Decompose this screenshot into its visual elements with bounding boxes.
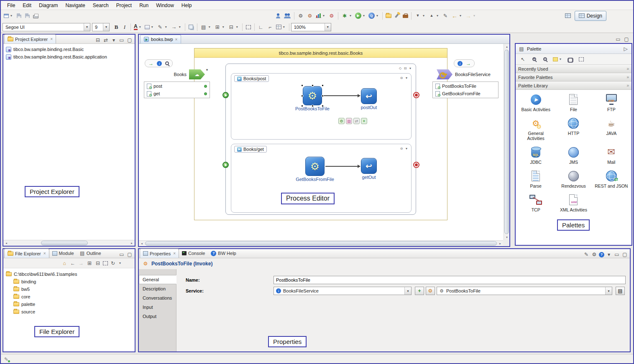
collapse-scope-icon[interactable]: ⊖ <box>399 145 404 152</box>
menu-window[interactable]: Window <box>152 2 178 9</box>
tree-item-samples-root[interactable]: C:\tibco\bw611\bw\6.1\samples <box>3 270 135 278</box>
chevron-down-icon[interactable]: ▾ <box>404 145 409 152</box>
palette-item-rendezvous[interactable]: Rendezvous <box>555 170 592 188</box>
start-event-get[interactable] <box>222 162 229 168</box>
line-style-button-1[interactable]: ∟ <box>256 23 266 32</box>
scope-label-chip[interactable]: ▶ Books/get <box>234 146 267 153</box>
menu-search[interactable]: Search <box>89 2 112 9</box>
scroll-left-icon[interactable]: ◂ <box>3 240 9 246</box>
tab-file-explorer[interactable]: File Explorer × <box>4 249 49 258</box>
end-event-post[interactable] <box>413 92 419 98</box>
tree-item-palette[interactable]: palette <box>3 300 135 308</box>
palette-item-xml-activities[interactable]: xml XML Activities <box>555 193 592 212</box>
search-button[interactable] <box>393 11 401 20</box>
toolbox-button[interactable] <box>401 11 409 20</box>
operation-get[interactable]: ⚙ get <box>144 90 210 97</box>
activity-getout[interactable]: ↩ getOut <box>361 158 377 174</box>
line-color-button[interactable]: ✎▾ <box>156 23 169 32</box>
menu-navigate[interactable]: Navigate <box>61 2 89 9</box>
side-tab-output[interactable]: Output <box>139 312 176 321</box>
close-icon[interactable]: × <box>43 251 46 256</box>
minimize-icon[interactable]: ▭ <box>118 251 125 258</box>
view-menu-icon[interactable]: ▾ <box>606 251 612 258</box>
home-icon[interactable]: ⌂ <box>61 260 68 267</box>
service-arrow-icon[interactable]: → <box>148 61 153 66</box>
palette-item-parse[interactable]: Parse <box>517 170 554 188</box>
collapse-all-icon[interactable]: ⊟ <box>95 260 101 267</box>
palette-item-mail[interactable]: ✉ Mail <box>593 146 630 165</box>
close-icon[interactable]: × <box>173 251 176 256</box>
chevron-down-icon[interactable]: ▾ <box>408 65 412 72</box>
activity-getbooksfromfile[interactable]: ⚙ GetBooksFromFile <box>305 157 325 176</box>
operation-combo[interactable]: ⚙PostBooksToFile ▾ <box>437 287 612 295</box>
inspect-icon[interactable] <box>165 61 169 65</box>
reference-operation-get[interactable]: ⚙ GetBooksFromFile <box>433 90 498 97</box>
palette-item-http[interactable]: HTTP <box>555 117 592 141</box>
info-icon[interactable]: i <box>458 61 463 66</box>
gear-icon[interactable]: ⚙ <box>591 251 598 258</box>
quick-link-icon[interactable]: ⇄ <box>353 118 360 124</box>
forward-icon[interactable]: → <box>78 260 84 267</box>
admin-button[interactable] <box>282 11 292 20</box>
save-all-button[interactable] <box>23 11 31 20</box>
service-combo[interactable]: iBooksFileService ▾ <box>274 287 412 295</box>
settings-button-2[interactable]: ⚙ <box>305 11 314 20</box>
reference-operation-post[interactable]: ⚙ PostBooksToFile <box>433 82 498 90</box>
layout-button[interactable]: ⊞▾ <box>213 23 227 32</box>
maximize-icon[interactable]: ▢ <box>126 251 133 258</box>
order-button[interactable]: ⊟▾ <box>227 23 240 32</box>
next-annotation-button[interactable]: ▼▾ <box>413 11 427 20</box>
menu-diagram[interactable]: Diagram <box>35 2 61 9</box>
minimize-icon[interactable]: ▭ <box>614 251 620 258</box>
new-wizard-button[interactable]: ▾ <box>3 11 15 20</box>
tab-bw-help[interactable]: ? BW Help <box>208 249 239 258</box>
menu-file[interactable]: File <box>3 2 19 9</box>
font-color-button[interactable]: A▾ <box>133 23 143 32</box>
chart-button[interactable]: ▾ <box>314 11 327 20</box>
drawer-pin-icon[interactable]: » <box>626 66 629 71</box>
expand-all-icon[interactable]: ⊞ <box>86 260 93 267</box>
back-button[interactable]: ←▾ <box>450 11 464 20</box>
engine-button[interactable]: ⚙ <box>327 11 336 20</box>
maximize-icon[interactable]: ▢ <box>621 251 628 258</box>
minimize-icon[interactable]: ▭ <box>118 37 125 43</box>
menu-run[interactable]: Run <box>135 2 152 9</box>
editor-hscrollbar[interactable]: ◂ ▸ <box>139 240 503 246</box>
scroll-left-icon[interactable]: ◂ <box>139 241 145 246</box>
font-name-combo[interactable]: Segoe UI▾ <box>3 23 90 31</box>
help-icon[interactable]: ? <box>599 252 604 257</box>
palette-item-java[interactable]: ☕ JAVA <box>593 117 630 141</box>
link-tool-button[interactable] <box>566 55 575 64</box>
side-tab-description[interactable]: Description <box>139 284 176 293</box>
profile-button[interactable]: Q▾ <box>367 11 381 20</box>
minimize-icon[interactable]: ▭ <box>615 36 621 43</box>
collapse-scope-icon[interactable]: ⊖ <box>399 75 404 81</box>
tree-item-project[interactable]: tibco.bw.sample.binding.rest.Basic <box>3 46 135 53</box>
tree-item-application[interactable]: tibco.bw.sample.binding.rest.Basic.appli… <box>3 53 135 61</box>
palette-section-recently-used[interactable]: Recently Used » <box>516 65 631 73</box>
zoom-combo[interactable]: 100%▾ <box>291 23 331 31</box>
scroll-up-icon[interactable]: ▴ <box>504 44 509 49</box>
tab-outline[interactable]: ▤ Outline <box>77 249 104 258</box>
name-input[interactable] <box>274 276 626 284</box>
reference-arrow-icon[interactable]: → <box>466 61 471 66</box>
quick-gear-icon[interactable]: ⚙ <box>338 118 345 124</box>
tree-item-bw5[interactable]: bw5 <box>3 285 135 293</box>
open-perspective-button[interactable] <box>564 11 572 20</box>
tree-item-binding[interactable]: binding <box>3 278 135 285</box>
previous-annotation-button[interactable]: ▲▾ <box>427 11 441 20</box>
tab-console[interactable]: Console <box>179 249 208 258</box>
process-container[interactable]: ◇ ⊟ ▾ ▶ Books/post ⊖ ▾ <box>225 64 416 215</box>
debug-button[interactable]: ✱▾ <box>340 11 354 20</box>
palette-item-ftp[interactable]: FTP FTP <box>593 93 630 112</box>
font-size-combo[interactable]: 9▾ <box>92 23 110 31</box>
tree-item-core[interactable]: core <box>3 293 135 300</box>
link-with-editor-icon[interactable]: ⇄ <box>102 37 109 43</box>
scroll-down-icon[interactable]: ▾ <box>504 234 509 240</box>
maximize-icon[interactable]: ▢ <box>623 36 630 43</box>
close-icon[interactable]: × <box>50 37 53 41</box>
arrow-style-button[interactable]: →▾ <box>169 23 183 32</box>
italic-button[interactable]: I <box>120 23 129 32</box>
edit-icon[interactable]: ✎ <box>583 251 590 258</box>
drawer-pin-icon[interactable]: » <box>626 75 629 79</box>
